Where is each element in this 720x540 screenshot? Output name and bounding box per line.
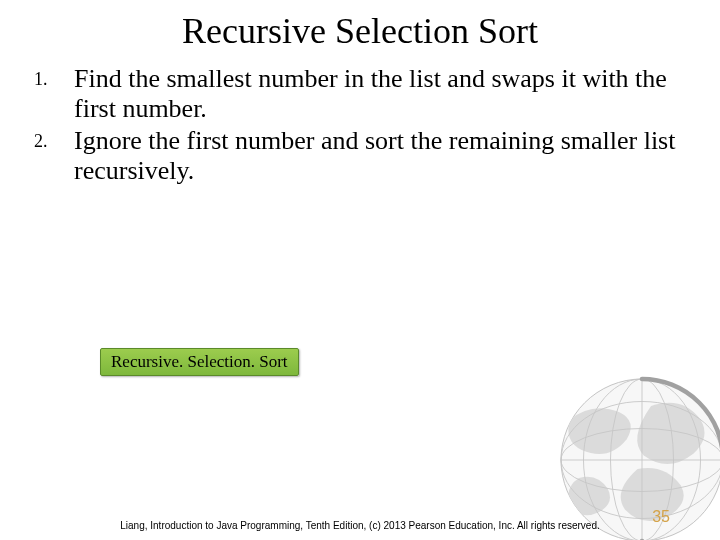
numbered-list: 1. Find the smallest number in the list … (0, 64, 720, 186)
list-text: Find the smallest number in the list and… (74, 64, 692, 124)
page-number: 35 (652, 508, 670, 526)
list-marker: 2. (28, 126, 74, 156)
list-item: 1. Find the smallest number in the list … (28, 64, 692, 124)
list-item: 2. Ignore the first number and sort the … (28, 126, 692, 186)
footer-text: Liang, Introduction to Java Programming,… (0, 520, 720, 532)
code-link-button[interactable]: Recursive. Selection. Sort (100, 348, 299, 376)
slide-title: Recursive Selection Sort (0, 0, 720, 64)
list-marker: 1. (28, 64, 74, 94)
list-text: Ignore the first number and sort the rem… (74, 126, 692, 186)
globe-icon (552, 370, 720, 540)
